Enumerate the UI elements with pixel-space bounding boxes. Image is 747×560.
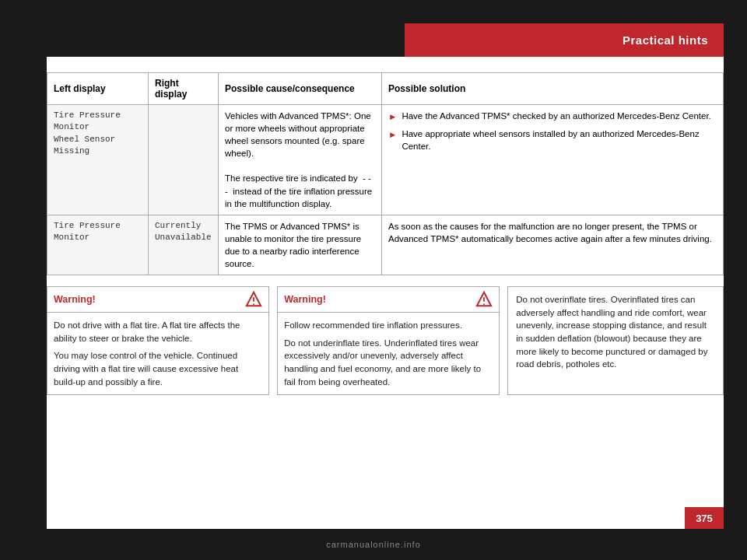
cause-cell: Vehicles with Advanced TPMS*: One or mor… — [219, 105, 382, 215]
warning-box-2: Warning! Follow recommended tire inflati… — [277, 286, 500, 395]
warning-triangle-icon-2 — [475, 291, 493, 308]
cause-cell-2: The TPMS or Advanced TPMS* is unable to … — [219, 215, 382, 275]
warning-body-1: Do not drive with a flat tire. A flat ti… — [47, 313, 268, 394]
info-box: Do not overinflate tires. Overinflated t… — [507, 286, 724, 395]
info-table: Left display Right display Possible caus… — [47, 72, 724, 275]
warnings-section: Warning! Do not drive with a flat tire. … — [47, 286, 724, 395]
left-display-cell: Tire Pressure Monitor Wheel Sensor Missi… — [47, 105, 149, 215]
right-display-cell — [149, 105, 219, 215]
warning-triangle-icon-1 — [245, 291, 262, 308]
warning-box-1: Warning! Do not drive with a flat tire. … — [47, 286, 269, 395]
warning-body-2: Follow recommended tire inflation pressu… — [278, 313, 499, 394]
page-number: 375 — [685, 507, 724, 529]
solution-cell: ► Have the Advanced TPMS* checked by an … — [382, 105, 724, 215]
footer-watermark: carmanualonline.info — [326, 540, 421, 549]
warning-header-2: Warning! — [278, 287, 499, 313]
left-display-cell-2: Tire Pressure Monitor — [47, 215, 149, 275]
solution-bullet-1: ► Have the Advanced TPMS* checked by an … — [388, 110, 717, 123]
content-area: Left display Right display Possible caus… — [47, 57, 724, 529]
arrow-icon: ► — [388, 128, 397, 141]
footer-bar: carmanualonline.info — [0, 529, 747, 560]
warning-header-1: Warning! — [47, 287, 268, 313]
table-row: Tire Pressure Monitor Currently Unavaila… — [47, 215, 724, 275]
warning-label-2: Warning! — [284, 294, 326, 305]
warning-label-1: Warning! — [54, 294, 96, 305]
info-box-text: Do not overinflate tires. Overinflated t… — [516, 293, 715, 371]
arrow-icon: ► — [388, 110, 397, 123]
svg-point-5 — [483, 303, 485, 305]
page-title: Practical hints — [622, 33, 708, 47]
col-solution: Possible solution — [382, 73, 724, 105]
col-left-display: Left display — [47, 73, 149, 105]
svg-point-2 — [253, 303, 254, 305]
solution-bullet-2: ► Have appropriate wheel sensors install… — [388, 128, 717, 152]
col-right-display: Right display — [149, 73, 219, 105]
header-banner: Practical hints — [405, 23, 724, 57]
right-display-cell-2: Currently Unavailable — [149, 215, 219, 275]
solution-cell-2: As soon as the causes for the malfunctio… — [382, 215, 724, 275]
table-row: Tire Pressure Monitor Wheel Sensor Missi… — [47, 105, 724, 215]
col-cause: Possible cause/consequence — [219, 73, 382, 105]
